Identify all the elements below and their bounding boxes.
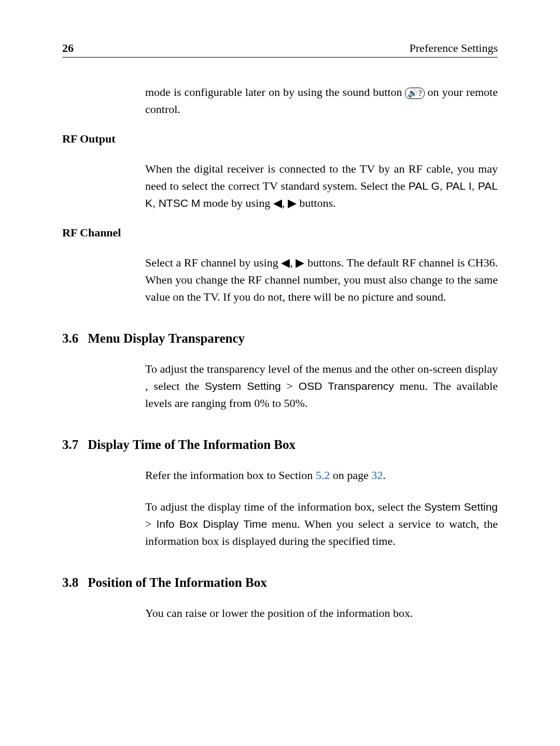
- link-section-5-2[interactable]: 5.2: [316, 469, 330, 482]
- s36-menu-2: OSD Transparency: [299, 380, 394, 392]
- section-3-8-paragraph: You can raise or lower the position of t…: [145, 604, 498, 622]
- sound-button-icon: 🔊?: [405, 88, 424, 98]
- rf-output-text-2: mode by using: [200, 196, 273, 209]
- header-title: Preference Settings: [410, 41, 498, 55]
- page-container: 26 Preference Settings mode is configura…: [0, 0, 560, 678]
- arrow-sep: ,: [290, 256, 296, 269]
- intro-text-before: mode is configurable later on by using t…: [145, 86, 405, 98]
- section-3-7-heading: 3.7 Display Time of The Information Box: [62, 438, 498, 452]
- rf-output-heading: RF Output: [62, 132, 498, 146]
- arrow-left-icon: ◀: [273, 194, 282, 212]
- section-3-7-paragraph-1: Refer the information box to Section 5.2…: [145, 467, 498, 484]
- s37-gt: >: [145, 517, 156, 530]
- rf-output-paragraph: When the digital receiver is connected t…: [145, 160, 498, 212]
- section-number: 3.6: [62, 331, 78, 346]
- rf-output-text-3: buttons.: [297, 196, 336, 209]
- intro-paragraph: mode is configurable later on by using t…: [145, 83, 498, 118]
- section-title: Display Time of The Information Box: [88, 438, 296, 452]
- section-3-8-heading: 3.8 Position of The Information Box: [62, 575, 498, 590]
- s37-p2-1: To adjust the display time of the inform…: [145, 500, 424, 513]
- rf-channel-paragraph: Select a RF channel by using ◀, ▶ button…: [145, 254, 498, 305]
- section-3-6-paragraph: To adjust the transparency level of the …: [145, 360, 498, 412]
- section-number: 3.8: [62, 575, 78, 590]
- arrow-left-icon: ◀: [281, 254, 290, 271]
- section-title: Menu Display Transparency: [88, 331, 245, 346]
- link-page-32[interactable]: 32: [371, 469, 383, 482]
- s37-menu-1: System Setting: [424, 501, 498, 513]
- section-3-7-paragraph-2: To adjust the display time of the inform…: [145, 498, 498, 550]
- s38-text: You can raise or lower the position of t…: [145, 607, 413, 620]
- s36-gt: >: [281, 379, 299, 392]
- s37-menu-2: Info Box Display Time: [156, 518, 267, 530]
- page-number: 26: [62, 41, 74, 55]
- section-title: Position of The Information Box: [88, 575, 267, 590]
- rf-channel-text-1: Select a RF channel by using: [145, 256, 281, 269]
- section-3-6-heading: 3.6 Menu Display Transparency: [62, 331, 498, 346]
- s37-p1-2: on page: [330, 469, 371, 482]
- rf-channel-heading: RF Channel: [62, 226, 498, 240]
- arrow-sep: ,: [282, 196, 288, 209]
- arrow-right-icon: ▶: [296, 254, 304, 271]
- arrow-right-icon: ▶: [288, 194, 297, 212]
- page-header: 26 Preference Settings: [62, 41, 498, 58]
- s36-menu-1: System Setting: [205, 380, 281, 392]
- s37-p1-1: Refer the information box to Section: [145, 469, 316, 482]
- s37-p1-3: .: [383, 469, 386, 482]
- section-number: 3.7: [62, 438, 78, 452]
